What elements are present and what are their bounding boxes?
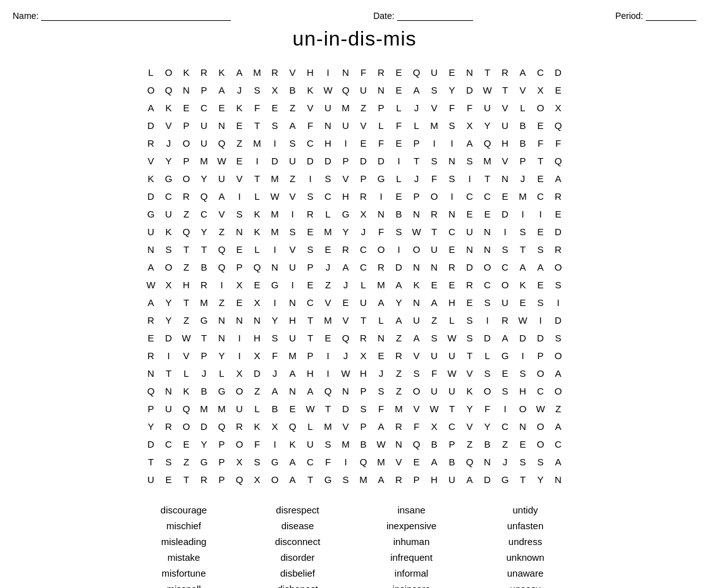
- grid-cell: Y: [266, 311, 284, 329]
- grid-cell: I: [443, 134, 461, 152]
- grid-cell: Z: [426, 311, 443, 329]
- grid-cell: V: [496, 152, 514, 169]
- grid-cell: I: [390, 240, 408, 258]
- grid-cell: W: [319, 81, 337, 99]
- grid-cell: X: [160, 276, 178, 293]
- grid-cell: N: [373, 205, 390, 223]
- puzzle-grid: LOKRKAMRVHINFREQUENTRACDOQNPAJSXBKWQUNEA…: [142, 63, 567, 488]
- grid-cell: P: [443, 435, 461, 453]
- grid-cell: P: [302, 346, 319, 364]
- grid-cell: C: [532, 63, 550, 81]
- grid-cell: W: [479, 81, 496, 99]
- grid-cell: J: [319, 258, 337, 276]
- grid-cell: R: [142, 346, 160, 364]
- grid-cell: K: [284, 435, 302, 453]
- grid-cell: J: [514, 169, 532, 187]
- grid-cell: S: [408, 364, 426, 382]
- grid-cell: E: [302, 223, 319, 240]
- grid-cell: O: [532, 364, 550, 382]
- grid-cell: J: [337, 276, 355, 293]
- grid-cell: K: [178, 382, 195, 400]
- grid-cell: C: [532, 382, 550, 400]
- grid-cell: I: [266, 293, 284, 311]
- grid-cell: E: [213, 99, 231, 116]
- grid-cell: I: [284, 205, 302, 223]
- word-item: misleading: [133, 535, 235, 548]
- grid-cell: F: [249, 435, 266, 453]
- grid-cell: D: [514, 329, 532, 346]
- grid-cell: J: [373, 364, 390, 382]
- grid-cell: Q: [408, 435, 426, 453]
- header: Name: Date: Period:: [13, 10, 696, 21]
- grid-cell: E: [532, 116, 550, 134]
- grid-cell: T: [178, 293, 195, 311]
- grid-cell: D: [550, 63, 567, 81]
- grid-cell: S: [319, 169, 337, 187]
- grid-cell: U: [443, 382, 461, 400]
- grid-cell: C: [532, 187, 550, 205]
- grid-cell: L: [249, 400, 266, 417]
- grid-cell: N: [284, 293, 302, 311]
- grid-cell: R: [195, 276, 213, 293]
- grid-cell: D: [550, 223, 567, 240]
- grid-cell: E: [337, 293, 355, 311]
- grid-cell: P: [337, 152, 355, 169]
- grid-cell: O: [408, 382, 426, 400]
- grid-cell: N: [266, 258, 284, 276]
- word-list-table: discouragemischiefmisleadingmistakemisfo…: [133, 503, 576, 588]
- grid-cell: T: [178, 240, 195, 258]
- word-item: unaware: [475, 567, 576, 580]
- grid-cell: L: [373, 311, 390, 329]
- grid-cell: C: [496, 258, 514, 276]
- grid-cell: L: [514, 99, 532, 116]
- grid-cell: C: [443, 417, 461, 435]
- grid-cell: H: [514, 382, 532, 400]
- grid-cell: Z: [496, 435, 514, 453]
- grid-cell: Z: [178, 258, 195, 276]
- grid-cell: T: [302, 329, 319, 346]
- grid-cell: F: [249, 99, 266, 116]
- grid-cell: S: [532, 240, 550, 258]
- grid-cell: Y: [532, 470, 550, 488]
- word-item: untidy: [475, 503, 576, 517]
- grid-cell: I: [479, 311, 496, 329]
- grid-cell: O: [231, 435, 249, 453]
- grid-cell: H: [355, 364, 373, 382]
- grid-cell: M: [373, 453, 390, 470]
- grid-cell: F: [532, 134, 550, 152]
- grid-cell: Q: [461, 453, 479, 470]
- grid-cell: V: [337, 311, 355, 329]
- grid-cell: V: [178, 346, 195, 364]
- grid-cell: Q: [231, 470, 249, 488]
- grid-cell: G: [142, 205, 160, 223]
- grid-cell: R: [390, 470, 408, 488]
- grid-cell: D: [249, 364, 266, 382]
- date-label: Date:: [373, 11, 394, 21]
- grid-cell: F: [319, 453, 337, 470]
- grid-cell: V: [426, 99, 443, 116]
- grid-cell: P: [408, 187, 426, 205]
- grid-cell: N: [550, 470, 567, 488]
- grid-cell: S: [355, 400, 373, 417]
- grid-cell: I: [249, 152, 266, 169]
- grid-cell: S: [550, 276, 567, 293]
- grid-cell: D: [160, 329, 178, 346]
- grid-cell: I: [266, 240, 284, 258]
- grid-cell: G: [213, 382, 231, 400]
- grid-cell: Z: [390, 329, 408, 346]
- grid-cell: S: [266, 116, 284, 134]
- grid-cell: N: [408, 258, 426, 276]
- grid-cell: A: [284, 470, 302, 488]
- grid-cell: Z: [284, 99, 302, 116]
- grid-cell: N: [213, 311, 231, 329]
- grid-cell: S: [461, 311, 479, 329]
- grid-cell: R: [231, 417, 249, 435]
- grid-cell: S: [514, 364, 532, 382]
- grid-cell: Z: [461, 435, 479, 453]
- grid-cell: G: [266, 276, 284, 293]
- grid-cell: Q: [178, 223, 195, 240]
- grid-cell: U: [195, 116, 213, 134]
- grid-cell: U: [284, 152, 302, 169]
- grid-cell: P: [373, 99, 390, 116]
- grid-cell: A: [461, 134, 479, 152]
